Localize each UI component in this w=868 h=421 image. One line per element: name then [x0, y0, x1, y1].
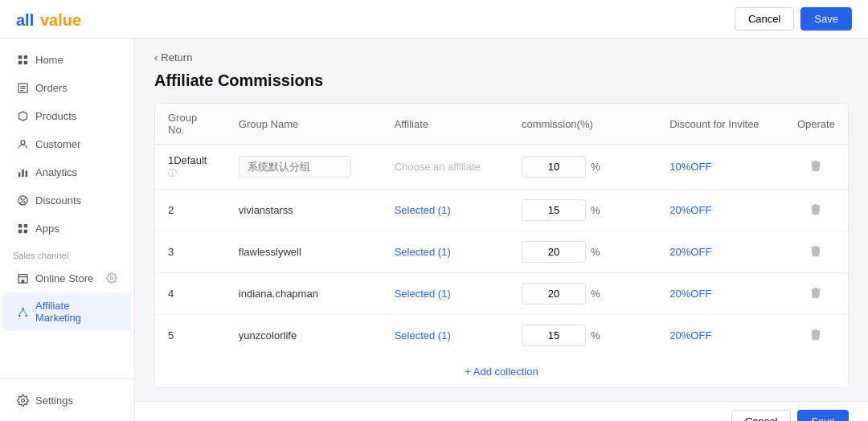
sidebar-item-home[interactable]: Home: [3, 46, 131, 73]
cell-operate: [784, 145, 848, 190]
gear-icon[interactable]: [105, 272, 118, 284]
cell-commission: %: [509, 145, 657, 190]
sidebar-item-products[interactable]: Products: [3, 102, 131, 129]
cell-operate: [784, 231, 848, 273]
cell-affiliate: Selected (1): [382, 190, 509, 231]
affiliate-selected-link[interactable]: Selected (1): [395, 288, 451, 300]
back-link[interactable]: ‹ Return: [154, 51, 849, 63]
svg-rect-2: [18, 55, 21, 58]
cell-operate: [784, 190, 848, 231]
analytics-icon: [16, 166, 29, 178]
topbar-cancel-button[interactable]: Cancel: [735, 7, 794, 31]
discount-link[interactable]: 20%OFF: [669, 288, 711, 300]
sidebar-label-customer: Customer: [35, 138, 80, 150]
affiliate-icon: [16, 305, 29, 318]
table-row: 4indiana.chapmanSelected (1)%20%OFF: [155, 273, 848, 315]
commission-input[interactable]: [522, 199, 586, 221]
cell-affiliate: Selected (1): [382, 315, 509, 357]
col-header-group-no: Group No.: [155, 104, 226, 145]
percent-label: %: [591, 329, 600, 341]
affiliate-selected-link[interactable]: Selected (1): [395, 204, 451, 216]
svg-rect-18: [18, 223, 21, 227]
delete-row-button[interactable]: [806, 241, 825, 263]
affiliate-selected-link[interactable]: Selected (1): [395, 246, 451, 258]
customer-icon: [16, 137, 29, 150]
svg-rect-4: [18, 60, 21, 63]
cell-commission: %: [509, 315, 657, 357]
cell-discount: 10%OFF: [657, 145, 784, 190]
svg-rect-11: [18, 172, 20, 177]
svg-line-26: [19, 309, 23, 314]
sidebar-item-online-store[interactable]: Online Store: [3, 264, 131, 292]
discount-link[interactable]: 20%OFF: [669, 329, 711, 341]
commission-input[interactable]: [522, 325, 586, 346]
percent-label: %: [591, 161, 600, 173]
commission-input[interactable]: [522, 156, 586, 178]
cell-group-name: vivianstarss: [226, 190, 382, 231]
store-icon: [16, 272, 29, 284]
sidebar-item-orders[interactable]: Orders: [3, 74, 131, 101]
discount-link[interactable]: 20%OFF: [669, 204, 711, 216]
cell-discount: 20%OFF: [657, 273, 784, 315]
cell-group-no: 2: [155, 190, 226, 231]
svg-point-14: [20, 198, 23, 200]
commission-input[interactable]: [522, 241, 586, 263]
cell-group-name: [226, 145, 382, 190]
add-collection-row: + Add collection: [155, 356, 848, 387]
add-collection-button[interactable]: + Add collection: [465, 366, 538, 378]
topbar-actions: Cancel Save: [735, 7, 852, 31]
table-row: 5yunzcolorlifeSelected (1)%20%OFF: [155, 315, 848, 357]
group-name-input[interactable]: [239, 156, 351, 178]
sidebar-nav: Home Orders Products Custo: [0, 39, 134, 378]
cell-group-no: 5: [155, 315, 226, 357]
svg-rect-19: [23, 223, 27, 227]
sidebar-item-apps[interactable]: Apps: [3, 215, 131, 242]
discounts-icon: [16, 194, 29, 206]
svg-point-10: [21, 140, 25, 144]
commission-input[interactable]: [522, 283, 586, 305]
info-icon: ⓘ: [168, 168, 177, 178]
sidebar-item-customer[interactable]: Customer: [3, 130, 131, 157]
affiliate-placeholder: Choose an affiliate: [395, 161, 481, 173]
sidebar-item-affiliate-marketing[interactable]: Affiliate Marketing: [3, 292, 131, 331]
cell-discount: 20%OFF: [657, 231, 784, 273]
commissions-table: Group No. Group Name Affiliate commissio…: [154, 103, 849, 388]
svg-point-15: [23, 201, 26, 203]
page-title: Affiliate Commissions: [154, 72, 849, 90]
topbar-save-button[interactable]: Save: [800, 7, 852, 31]
col-header-discount: Discount for Invitee: [657, 104, 784, 145]
sidebar-label-discounts: Discounts: [35, 194, 81, 206]
sidebar-item-settings[interactable]: Settings: [3, 386, 131, 414]
discount-link[interactable]: 20%OFF: [669, 246, 711, 258]
affiliate-selected-link[interactable]: Selected (1): [395, 329, 451, 341]
topbar: all value Cancel Save: [0, 0, 868, 39]
col-header-affiliate: Affiliate: [382, 104, 509, 145]
sidebar-item-discounts[interactable]: Discounts: [3, 186, 131, 214]
delete-row-button[interactable]: [806, 199, 825, 221]
cell-group-name: indiana.chapman: [226, 273, 382, 315]
sidebar-label-apps: Apps: [35, 223, 59, 235]
cell-operate: [784, 315, 848, 357]
delete-row-button[interactable]: [806, 283, 825, 305]
sidebar-bottom: Settings: [0, 378, 134, 421]
discount-link[interactable]: 10%OFF: [669, 161, 711, 173]
percent-label: %: [591, 288, 600, 300]
main-content: ‹ Return Affiliate Commissions Group No.…: [135, 39, 868, 421]
cell-commission: %: [509, 273, 657, 315]
bottom-cancel-button[interactable]: Cancel: [731, 410, 791, 421]
svg-rect-13: [25, 170, 27, 177]
sidebar-item-analytics[interactable]: Analytics: [3, 158, 131, 186]
apps-icon: [16, 222, 29, 235]
sidebar-label-settings: Settings: [35, 394, 73, 407]
cell-affiliate: Selected (1): [382, 273, 509, 315]
svg-line-27: [23, 309, 26, 314]
cell-group-name: yunzcolorlife: [226, 315, 382, 357]
svg-line-16: [19, 197, 27, 204]
table-row: 1Default ⓘChoose an affiliate%10%OFF: [155, 145, 848, 190]
cell-commission: %: [509, 190, 657, 231]
cell-affiliate: Choose an affiliate: [382, 145, 509, 190]
percent-label: %: [591, 246, 600, 258]
delete-row-button[interactable]: [806, 325, 825, 346]
delete-row-button[interactable]: [806, 156, 825, 178]
bottom-save-button[interactable]: Save: [797, 410, 849, 421]
